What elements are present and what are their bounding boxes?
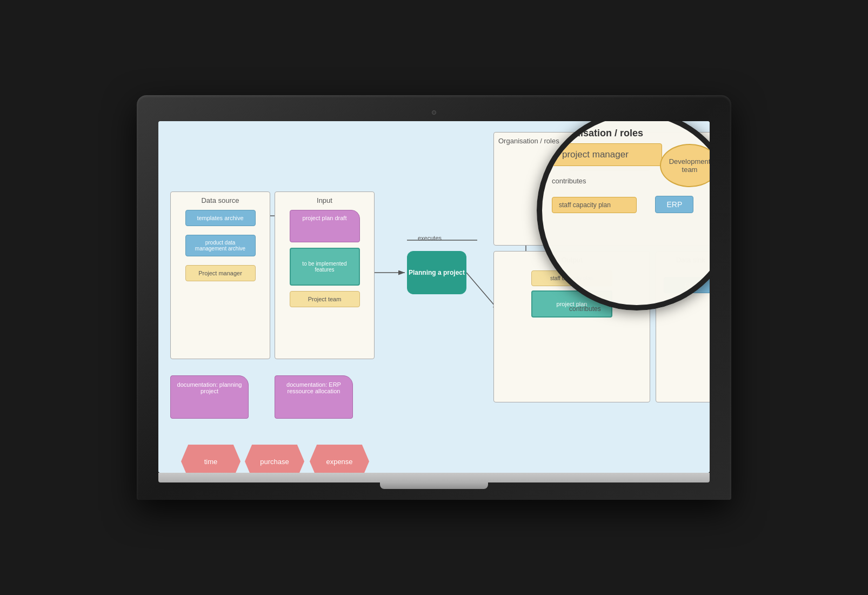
laptop-stand bbox=[380, 482, 488, 489]
diagram-canvas: Data source templates archive product da… bbox=[158, 121, 710, 473]
templates-archive-box: templates archive bbox=[185, 210, 256, 226]
input-title: Input bbox=[275, 192, 374, 207]
product-data-box: product data management archive bbox=[185, 235, 256, 256]
data-source-title: Data source bbox=[171, 192, 270, 207]
features-box: to be implemented features bbox=[290, 248, 360, 286]
data-source-lane: Data source templates archive product da… bbox=[170, 191, 270, 359]
executes-label: executes bbox=[418, 235, 442, 241]
magnify-project-manager: project manager bbox=[552, 143, 662, 166]
doc-erp-box: documentation: ERP ressource allocation bbox=[275, 375, 353, 419]
magnify-title: Organisation / roles bbox=[552, 128, 710, 139]
laptop-base bbox=[158, 473, 710, 482]
expense-hexagon: expense bbox=[310, 445, 369, 473]
magnify-staff: staff capacity plan bbox=[552, 197, 637, 213]
screen: Data source templates archive product da… bbox=[158, 121, 710, 473]
project-plan-draft-box: project plan draft bbox=[290, 210, 360, 242]
camera bbox=[432, 110, 436, 115]
contributes-label: contributes bbox=[569, 305, 601, 313]
magnify-content: Organisation / roles project manager Dev… bbox=[542, 121, 710, 305]
doc-planning-box: documentation: planning project bbox=[170, 375, 249, 419]
laptop-container: Data source templates archive product da… bbox=[137, 95, 731, 500]
project-team-box: Project team bbox=[290, 291, 360, 307]
project-manager-ds-box: Project manager bbox=[185, 265, 256, 281]
purchase-hexagon: purchase bbox=[245, 445, 304, 473]
magnify-glass: Organisation / roles project manager Dev… bbox=[537, 121, 710, 310]
planning-project-box: Planning a project bbox=[407, 251, 466, 294]
input-lane: Input project plan draft to be implement… bbox=[275, 191, 375, 359]
magnify-erp: ERP bbox=[655, 196, 693, 213]
screen-bezel: Data source templates archive product da… bbox=[137, 95, 731, 500]
time-hexagon: time bbox=[181, 445, 241, 473]
